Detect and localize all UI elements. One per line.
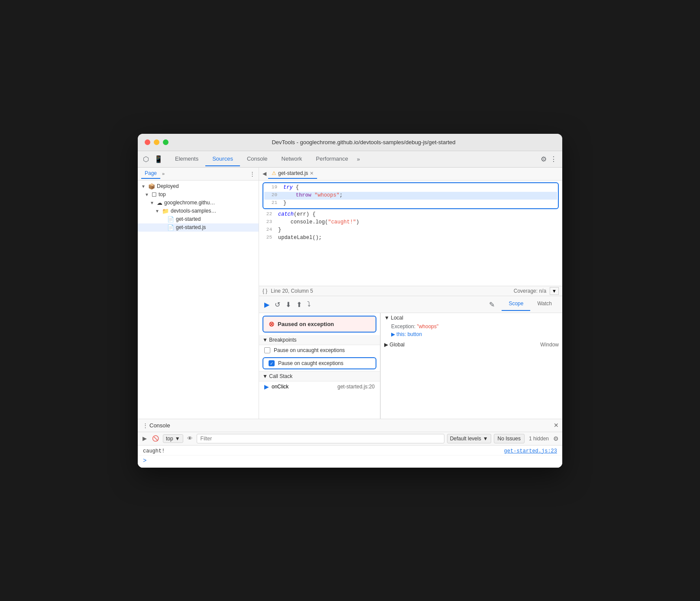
console-block-icon[interactable]: 🚫 (151, 434, 160, 443)
tab-performance[interactable]: Performance (309, 152, 355, 166)
step-over-button[interactable]: ↺ (273, 299, 282, 310)
context-label: top (166, 436, 173, 442)
pause-uncaught-row: Pause on uncaught exceptions (259, 345, 380, 355)
global-val: Window (540, 342, 559, 348)
callstack-fn-name: onClick (272, 384, 288, 390)
status-position: Line 20, Column 5 (267, 288, 316, 294)
code-line-23: 23 console.log("caught!") (259, 219, 562, 226)
tree-item-get-started-js[interactable]: 📄 get-started.js (138, 223, 259, 232)
file-icon: 📄 (167, 216, 174, 223)
uncaught-checkbox[interactable] (264, 347, 270, 353)
caught-label: Pause on caught exceptions (278, 360, 344, 366)
status-bar: { } Line 20, Column 5 Coverage: n/a ▼ (259, 286, 562, 296)
resume-button[interactable]: ▶ (262, 299, 271, 310)
caught-exceptions-wrapper: ✓ Pause on caught exceptions (262, 357, 376, 369)
this-val: button (408, 331, 422, 337)
console-log-source[interactable]: get-started.js:23 (504, 448, 557, 454)
console-log-text: caught! (143, 448, 165, 454)
console-prompt-line[interactable]: > (138, 456, 562, 466)
source-tab-close[interactable]: ✕ (310, 171, 314, 176)
panel-menu-button[interactable]: ⋮ (250, 171, 255, 177)
source-tab-get-started-js[interactable]: ⚠ get-started.js ✕ (268, 168, 317, 179)
tab-more[interactable]: » (355, 152, 362, 166)
devtools-body: ⬡ 📱 Elements Sources Console Network Per… (138, 151, 562, 468)
format-button[interactable]: { } (262, 288, 267, 294)
tree-item-deployed[interactable]: ▼ 📦 Deployed (138, 182, 259, 191)
tab-network[interactable]: Network (275, 152, 309, 166)
global-scope-header[interactable]: ▶ Global Window (381, 340, 562, 349)
tree-item-googlechrome[interactable]: ▼ ☁ googlechrome.githu… (138, 199, 259, 207)
close-button[interactable] (145, 139, 150, 145)
minimize-button[interactable] (154, 139, 159, 145)
scope-this: ▶ this: button (381, 330, 562, 338)
console-menu-icon[interactable]: ⋮ (141, 421, 149, 430)
back-nav-button[interactable]: ◀ (261, 169, 268, 178)
tab-scope[interactable]: Scope (502, 298, 530, 311)
pause-caught-row: ✓ Pause on caught exceptions (263, 358, 376, 368)
coverage-status: Coverage: n/a (514, 288, 546, 294)
left-panel: Page » ⋮ ▼ 📦 Deployed ▼ ☐ top (138, 168, 259, 419)
deployed-icon: 📦 (148, 183, 155, 190)
callstack-header[interactable]: ▼ Call Stack (259, 371, 380, 381)
main-layout: Page » ⋮ ▼ 📦 Deployed ▼ ☐ top (138, 168, 562, 419)
code-line-22: 22 catch(err) { (259, 211, 562, 219)
coverage-button[interactable]: ▼ (550, 287, 559, 295)
code-line-24: 24 } (259, 226, 562, 234)
code-line-25: 25 updateLabel(); (259, 234, 562, 242)
console-close-button[interactable]: ✕ (554, 422, 559, 429)
console-run-button[interactable]: ▶ (141, 434, 148, 443)
levels-dropdown-icon: ▼ (483, 436, 488, 442)
paused-label: Paused on exception (278, 321, 334, 327)
exception-highlight-box: 19 try { 20 throw "whoops"; 21 } (262, 182, 559, 209)
console-no-issues-button[interactable]: No Issues (494, 434, 525, 443)
debug-toolbar: ▶ ↺ ⬇ ⬆ ⤵ ✎ Scope Watch (259, 296, 562, 313)
console-title: Console (149, 422, 170, 429)
local-scope-header[interactable]: ▼ Local (381, 313, 562, 323)
tab-elements[interactable]: Elements (168, 152, 205, 166)
global-key: ▶ Global (384, 342, 405, 348)
breakpoints-section-header[interactable]: ▼ Breakpoints (259, 335, 380, 345)
caught-checkbox[interactable]: ✓ (269, 360, 275, 366)
console-chevron-icon: > (143, 457, 146, 464)
deactivate-breakpoints-button[interactable]: ✎ (487, 299, 496, 310)
console-context-select[interactable]: top ▼ (163, 434, 183, 443)
tab-page[interactable]: Page (141, 168, 160, 179)
console-filter-input[interactable] (197, 434, 444, 443)
tab-console[interactable]: Console (240, 152, 275, 166)
tab-sources[interactable]: Sources (205, 152, 240, 166)
paused-error-icon: ⊗ (269, 320, 274, 328)
cursor-icon[interactable]: ⬡ (141, 153, 151, 165)
tree-item-get-started[interactable]: 📄 get-started (138, 215, 259, 223)
tree-item-top[interactable]: ▼ ☐ top (138, 191, 259, 199)
code-area: 19 try { 20 throw "whoops"; 21 } (259, 181, 562, 286)
console-eye-icon[interactable]: 👁 (186, 434, 194, 443)
panel-tab-more[interactable]: » (160, 169, 166, 178)
step-button[interactable]: ⤵ (305, 299, 312, 310)
scope-tabbar: Scope Watch (502, 298, 559, 311)
tree-arrow: ▼ (145, 192, 150, 197)
console-hidden-count: 1 hidden (527, 436, 551, 442)
console-log-line: caught! get-started.js:23 (138, 447, 562, 456)
tree-item-devtools-samples[interactable]: ▼ 📁 devtools-samples… (138, 207, 259, 215)
tree-arrow: ▼ (155, 209, 160, 213)
bottom-split: ⊗ Paused on exception ▼ Breakpoints Paus… (259, 313, 562, 419)
settings-icon[interactable]: ⚙ (539, 153, 548, 165)
right-panel: ◀ ⚠ get-started.js ✕ 19 try { (259, 168, 562, 419)
tree-arrow: ▼ (150, 200, 155, 205)
callstack-item[interactable]: ▶ onClick get-started.js:20 (259, 381, 380, 392)
folder-icon: 📁 (162, 208, 169, 214)
console-toolbar: ▶ 🚫 top ▼ 👁 Default levels ▼ No Issues 1… (138, 432, 562, 446)
console-levels-button[interactable]: Default levels ▼ (447, 434, 491, 443)
step-into-button[interactable]: ⬇ (284, 299, 293, 310)
step-out-button[interactable]: ⬆ (295, 299, 304, 310)
traffic-lights (145, 139, 169, 145)
titlebar: DevTools - googlechrome.github.io/devtoo… (138, 134, 562, 151)
more-menu-icon[interactable]: ⋮ (548, 153, 559, 165)
console-settings-icon[interactable]: ⚙ (553, 435, 559, 442)
maximize-button[interactable] (163, 139, 169, 145)
window-title: DevTools - googlechrome.github.io/devtoo… (172, 139, 555, 145)
this-key: ▶ this: (391, 331, 406, 337)
tab-watch[interactable]: Watch (530, 298, 559, 311)
exception-key: Exception: (391, 323, 415, 330)
device-icon[interactable]: 📱 (152, 153, 165, 165)
